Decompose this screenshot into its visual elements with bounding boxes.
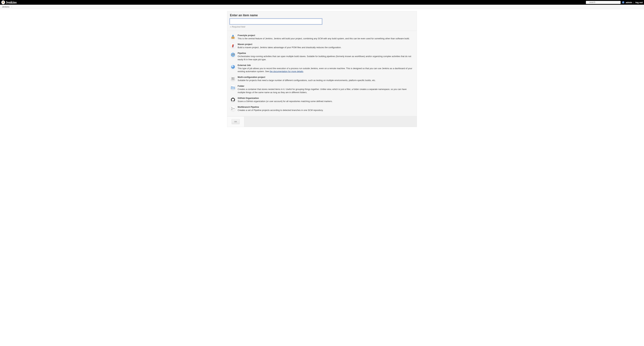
item-type-desc: This type of job allows you to record th…: [238, 67, 414, 73]
ok-button[interactable]: OK: [232, 119, 240, 124]
github-icon: [230, 97, 236, 103]
external-job-icon: [230, 64, 236, 70]
multiconfig-icon: [230, 76, 236, 82]
freestyle-icon: [230, 34, 236, 40]
item-type-list: Freestyle project This is the central fe…: [227, 31, 417, 116]
item-type-text: Multi-configuration project Suitable for…: [238, 76, 414, 82]
svg-rect-15: [233, 79, 234, 80]
item-type-multibranch[interactable]: Multibranch Pipeline Creates a set of Pi…: [230, 104, 414, 113]
item-type-external[interactable]: External Job This type of job allows you…: [230, 63, 414, 74]
multibranch-icon: [230, 106, 236, 112]
item-type-text: Freestyle project This is the central fe…: [238, 34, 414, 40]
item-type-title: Pipeline: [238, 52, 414, 54]
svg-point-2: [4, 2, 4, 3]
item-type-title: Folder: [238, 85, 414, 87]
header-separator: |: [634, 1, 634, 4]
jenkins-logo[interactable]: Jenkins: [1, 1, 17, 4]
item-type-title: GitHub Organization: [238, 97, 414, 99]
svg-point-17: [232, 109, 232, 110]
ok-section: OK: [227, 116, 417, 127]
item-name-input[interactable]: [230, 19, 322, 24]
svg-point-10: [232, 65, 233, 67]
item-type-text: Multibranch Pipeline Creates a set of Pi…: [238, 106, 414, 112]
main-content: Enter an item name » Required field Free…: [227, 9, 417, 129]
item-type-title: Freestyle project: [238, 34, 414, 37]
item-type-title: Multi-configuration project: [238, 76, 414, 78]
item-type-desc: Orchestrates long-running activities tha…: [238, 55, 414, 61]
user-link[interactable]: admin: [626, 1, 632, 4]
item-type-title: Multibranch Pipeline: [238, 106, 414, 108]
item-type-freestyle[interactable]: Freestyle project This is the central fe…: [230, 33, 414, 42]
chevron-right-icon: ▸: [12, 6, 12, 8]
maven-icon: [230, 43, 236, 49]
item-type-desc: Creates a set of Pipeline projects accor…: [238, 109, 414, 112]
documentation-link[interactable]: the documentation for more details: [270, 70, 303, 73]
item-type-text: Folder Creates a container that stores n…: [238, 85, 414, 94]
svg-point-7: [232, 35, 233, 36]
item-type-text: GitHub Organization Scans a GitHub organ…: [238, 97, 414, 103]
pipeline-icon: [230, 52, 236, 58]
svg-point-18: [234, 108, 234, 109]
breadcrumb: Jenkins ▸: [0, 5, 644, 9]
help-icon[interactable]: ?: [622, 1, 624, 4]
item-type-pipeline[interactable]: Pipeline Orchestrates long-running activ…: [230, 50, 414, 62]
logout-link[interactable]: log out: [636, 1, 643, 4]
ok-box: OK: [227, 116, 244, 127]
desc-prefix: This type of job allows you to record th…: [238, 67, 412, 73]
svg-point-16: [232, 107, 232, 108]
new-item-panel: Enter an item name » Required field Free…: [227, 11, 417, 127]
item-type-text: External Job This type of job allows you…: [238, 64, 414, 73]
item-type-desc: Build a maven project. Jenkins takes adv…: [238, 46, 414, 49]
svg-rect-14: [232, 79, 233, 80]
item-type-title: Maven project: [238, 43, 414, 46]
svg-point-9: [231, 65, 235, 69]
item-type-github-org[interactable]: GitHub Organization Scans a GitHub organ…: [230, 95, 414, 104]
search-wrapper: [586, 1, 621, 4]
item-name-section: Enter an item name » Required field: [227, 11, 417, 31]
svg-rect-13: [233, 78, 234, 79]
folder-icon: [230, 85, 236, 91]
desc-suffix: .: [303, 70, 304, 73]
item-name-heading: Enter an item name: [230, 14, 414, 17]
item-type-desc: This is the central feature of Jenkins. …: [238, 37, 414, 40]
item-type-text: Maven project Build a maven project. Jen…: [238, 43, 414, 49]
header-right: ? admin | log out: [586, 1, 643, 4]
top-header: Jenkins ? admin | log out: [0, 0, 644, 5]
item-type-desc: Suitable for projects that need a large …: [238, 79, 414, 82]
item-type-text: Pipeline Orchestrates long-running activ…: [238, 52, 414, 61]
jenkins-logo-text: Jenkins: [6, 1, 17, 4]
item-type-multiconfig[interactable]: Multi-configuration project Suitable for…: [230, 74, 414, 83]
breadcrumb-item-jenkins[interactable]: Jenkins: [2, 6, 10, 8]
item-type-desc: Scans a GitHub organization (or user acc…: [238, 100, 414, 103]
required-field-hint: » Required field: [230, 26, 414, 28]
item-type-title: External Job: [238, 64, 414, 67]
svg-point-1: [3, 2, 3, 3]
item-type-folder[interactable]: Folder Creates a container that stores n…: [230, 83, 414, 95]
item-type-maven[interactable]: Maven project Build a maven project. Jen…: [230, 42, 414, 50]
item-type-desc: Creates a container that stores nested i…: [238, 88, 414, 94]
jenkins-head-icon: [1, 1, 5, 4]
search-input[interactable]: [586, 1, 621, 4]
